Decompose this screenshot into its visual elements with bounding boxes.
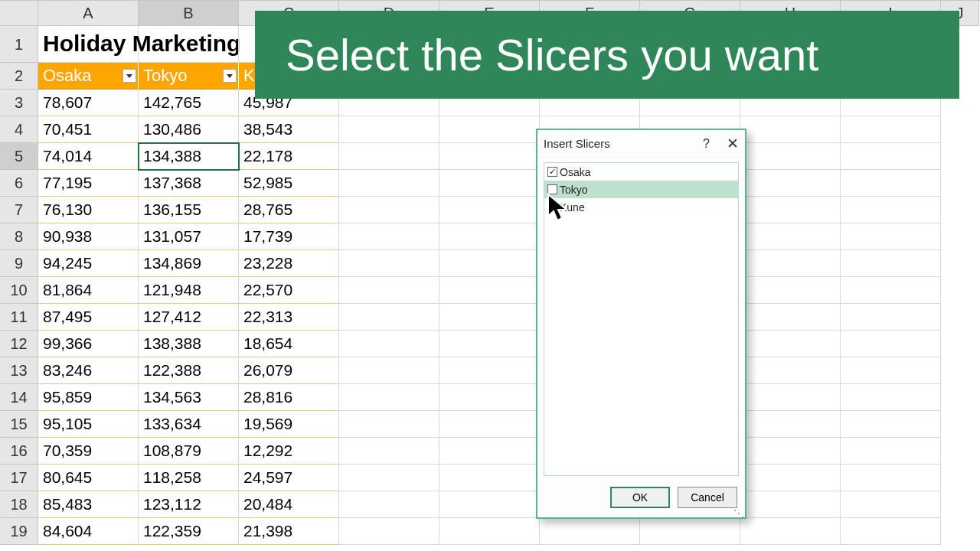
- cell[interactable]: 22,313: [239, 304, 339, 331]
- row-header-8[interactable]: 8: [0, 223, 38, 250]
- filter-dropdown-icon[interactable]: [223, 69, 237, 83]
- cell[interactable]: 20,484: [239, 491, 339, 518]
- cell[interactable]: [841, 465, 941, 491]
- cell[interactable]: 38,543: [239, 116, 339, 143]
- cell[interactable]: 130,486: [139, 116, 239, 143]
- cell[interactable]: [339, 518, 439, 545]
- cell[interactable]: [339, 438, 439, 465]
- filter-dropdown-icon[interactable]: [122, 69, 136, 83]
- cell[interactable]: [740, 411, 841, 438]
- cell[interactable]: [740, 223, 841, 250]
- row-header-17[interactable]: 17: [0, 465, 38, 491]
- row-header-11[interactable]: 11: [0, 304, 38, 331]
- row-header-3[interactable]: 3: [0, 90, 38, 116]
- cell[interactable]: 12,292: [239, 438, 339, 465]
- row-header-13[interactable]: 13: [0, 357, 38, 384]
- cell[interactable]: 21,398: [239, 518, 339, 545]
- cell[interactable]: [439, 491, 540, 518]
- cell[interactable]: [841, 357, 941, 384]
- cell[interactable]: 22,178: [239, 143, 339, 170]
- row-header-9[interactable]: 9: [0, 250, 38, 277]
- cell[interactable]: [841, 250, 941, 277]
- cell[interactable]: [740, 518, 841, 545]
- row-header-1[interactable]: 1: [0, 26, 38, 63]
- cell[interactable]: [841, 518, 941, 545]
- cell[interactable]: [841, 223, 941, 250]
- cell[interactable]: [439, 384, 540, 411]
- cell[interactable]: [841, 384, 941, 411]
- slicer-item-kune[interactable]: Kune: [544, 198, 738, 216]
- cell[interactable]: [740, 304, 841, 331]
- cell[interactable]: [841, 197, 941, 223]
- cell[interactable]: [740, 357, 841, 384]
- cell[interactable]: 70,451: [38, 116, 139, 143]
- checkbox-icon[interactable]: [547, 202, 557, 212]
- select-all-corner[interactable]: [0, 1, 38, 26]
- cell[interactable]: [339, 223, 439, 250]
- cell[interactable]: [841, 491, 941, 518]
- cell[interactable]: [439, 518, 540, 545]
- cell[interactable]: [740, 277, 841, 304]
- cell[interactable]: 122,388: [139, 357, 239, 384]
- cell[interactable]: 19,569: [239, 411, 339, 438]
- cell[interactable]: 134,869: [139, 250, 239, 277]
- cell[interactable]: 22,570: [239, 277, 339, 304]
- cell[interactable]: [339, 491, 439, 518]
- row-header-2[interactable]: 2: [0, 63, 38, 90]
- cell[interactable]: 17,739: [239, 223, 339, 250]
- cell[interactable]: [439, 143, 540, 170]
- cell[interactable]: [841, 170, 941, 197]
- cell[interactable]: [339, 411, 439, 438]
- cell[interactable]: [439, 438, 540, 465]
- col-header-B[interactable]: B: [139, 1, 239, 26]
- cell[interactable]: [439, 411, 540, 438]
- cell[interactable]: 26,079: [239, 357, 339, 384]
- cell[interactable]: [339, 465, 439, 491]
- cell[interactable]: [439, 357, 540, 384]
- cell[interactable]: 85,483: [38, 491, 139, 518]
- cell[interactable]: [841, 143, 941, 170]
- cell[interactable]: [439, 277, 540, 304]
- row-header-14[interactable]: 14: [0, 384, 38, 411]
- cell[interactable]: [339, 170, 439, 197]
- cell[interactable]: 108,879: [139, 438, 239, 465]
- cell[interactable]: 81,864: [38, 277, 139, 304]
- cell[interactable]: 133,634: [139, 411, 239, 438]
- cell[interactable]: 28,765: [239, 197, 339, 223]
- row-header-5[interactable]: 5: [0, 143, 38, 170]
- cell[interactable]: 118,258: [139, 465, 239, 491]
- cell[interactable]: [841, 438, 941, 465]
- cell[interactable]: 77,195: [38, 170, 139, 197]
- slicer-item-osaka[interactable]: Osaka: [544, 163, 738, 181]
- cell[interactable]: 142,765: [139, 90, 239, 116]
- help-button[interactable]: ?: [703, 137, 710, 151]
- cell[interactable]: [640, 518, 740, 545]
- cell[interactable]: [339, 357, 439, 384]
- cell[interactable]: [439, 331, 540, 357]
- cell[interactable]: 80,645: [38, 465, 139, 491]
- cell[interactable]: 137,368: [139, 170, 239, 197]
- row-header-10[interactable]: 10: [0, 277, 38, 304]
- dialog-titlebar[interactable]: Insert Slicers ? ✕: [537, 130, 745, 158]
- cell[interactable]: [740, 170, 841, 197]
- cell[interactable]: [439, 223, 540, 250]
- row-header-6[interactable]: 6: [0, 170, 38, 197]
- cell[interactable]: 95,859: [38, 384, 139, 411]
- cell[interactable]: 94,245: [38, 250, 139, 277]
- cell[interactable]: [841, 304, 941, 331]
- cell[interactable]: [740, 143, 841, 170]
- row-header-15[interactable]: 15: [0, 411, 38, 438]
- cell[interactable]: [740, 438, 841, 465]
- title-cell[interactable]: Holiday Marketing: [38, 26, 139, 63]
- cell[interactable]: [439, 116, 540, 143]
- cell[interactable]: [339, 331, 439, 357]
- cell[interactable]: [841, 411, 941, 438]
- cell[interactable]: 87,495: [38, 304, 139, 331]
- cell[interactable]: 70,359: [38, 438, 139, 465]
- cell[interactable]: 84,604: [38, 518, 139, 545]
- cell[interactable]: 131,057: [139, 223, 239, 250]
- cell[interactable]: [740, 197, 841, 223]
- cell[interactable]: [540, 518, 640, 545]
- cell[interactable]: [339, 197, 439, 223]
- row-header-18[interactable]: 18: [0, 491, 38, 518]
